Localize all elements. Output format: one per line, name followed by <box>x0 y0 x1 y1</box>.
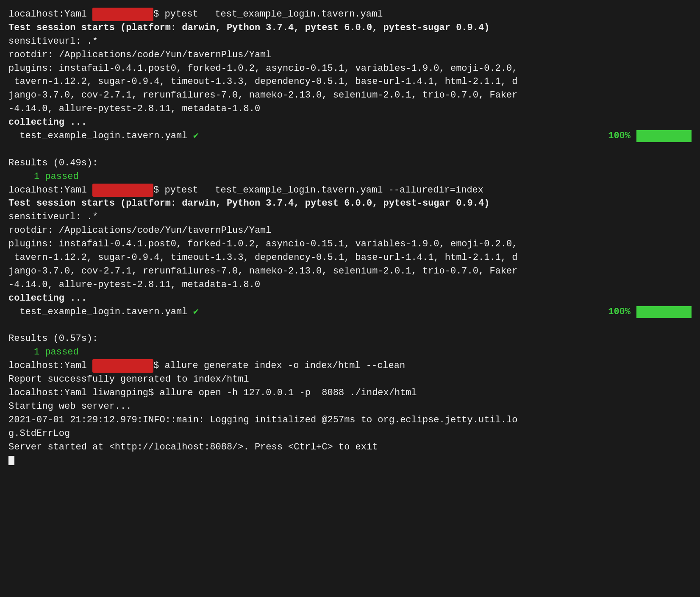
terminal-line: sensitiveurl: .* <box>8 35 692 48</box>
terminal-line: test_example_login.tavern.yaml ✔100% <box>8 129 692 143</box>
terminal-line: localhost:Yaml $ pytest test_example_log… <box>8 8 692 21</box>
terminal-line: jango-3.7.0, cov-2.7.1, rerunfailures-7.… <box>8 265 692 278</box>
terminal-line: Test session starts (platform: darwin, P… <box>8 197 692 210</box>
terminal-line: collecting ... <box>8 292 692 305</box>
terminal-line: 1 passed <box>8 170 692 184</box>
redacted-username <box>92 184 153 197</box>
terminal-line: Test session starts (platform: darwin, P… <box>8 21 692 35</box>
test-file-name: test_example_login.tavern.yaml ✔ <box>8 129 199 143</box>
terminal-line: 1 passed <box>8 346 692 359</box>
terminal-line <box>8 454 692 467</box>
terminal-line: 2021-07-01 21:29:12.979:INFO::main: Logg… <box>8 413 692 427</box>
progress-percent: 100% <box>608 305 631 319</box>
passed-count: 1 passed <box>34 347 79 357</box>
terminal-line: plugins: instafail-0.4.1.post0, forked-1… <box>8 62 692 75</box>
test-file-name: test_example_login.tavern.yaml ✔ <box>8 305 199 319</box>
terminal-line: rootdir: /Applications/code/Yun/tavernPl… <box>8 224 692 237</box>
cursor <box>8 456 14 465</box>
terminal: localhost:Yaml $ pytest test_example_log… <box>8 8 692 467</box>
terminal-line: -4.14.0, allure-pytest-2.8.11, metadata-… <box>8 278 692 292</box>
terminal-line <box>8 318 692 332</box>
redacted-username <box>92 8 153 21</box>
passed-count: 1 passed <box>34 171 79 182</box>
terminal-line: localhost:Yaml $ allure generate index -… <box>8 359 692 373</box>
redacted-username <box>92 359 153 373</box>
terminal-line: Starting web server... <box>8 400 692 413</box>
terminal-line: localhost:Yaml $ pytest test_example_log… <box>8 184 692 197</box>
terminal-line: test_example_login.tavern.yaml ✔100% <box>8 305 692 319</box>
terminal-line: Server started at <http://localhost:8088… <box>8 441 692 454</box>
progress-percent: 100% <box>608 129 631 143</box>
terminal-line: Results (0.57s): <box>8 332 692 346</box>
terminal-line: localhost:Yaml liwangping$ allure open -… <box>8 386 692 400</box>
terminal-line: g.StdErrLog <box>8 427 692 441</box>
progress-bar <box>636 306 692 318</box>
terminal-line: Results (0.49s): <box>8 156 692 170</box>
terminal-line: tavern-1.12.2, sugar-0.9.4, timeout-1.3.… <box>8 251 692 265</box>
terminal-line: -4.14.0, allure-pytest-2.8.11, metadata-… <box>8 102 692 116</box>
progress-bar <box>636 130 692 142</box>
terminal-line: rootdir: /Applications/code/Yun/tavernPl… <box>8 48 692 62</box>
terminal-line: sensitiveurl: .* <box>8 210 692 224</box>
terminal-line: Report successfully generated to index/h… <box>8 373 692 386</box>
terminal-line <box>8 143 692 156</box>
terminal-line: plugins: instafail-0.4.1.post0, forked-1… <box>8 237 692 251</box>
terminal-line: jango-3.7.0, cov-2.7.1, rerunfailures-7.… <box>8 89 692 102</box>
terminal-line: tavern-1.12.2, sugar-0.9.4, timeout-1.3.… <box>8 75 692 89</box>
terminal-line: collecting ... <box>8 116 692 129</box>
